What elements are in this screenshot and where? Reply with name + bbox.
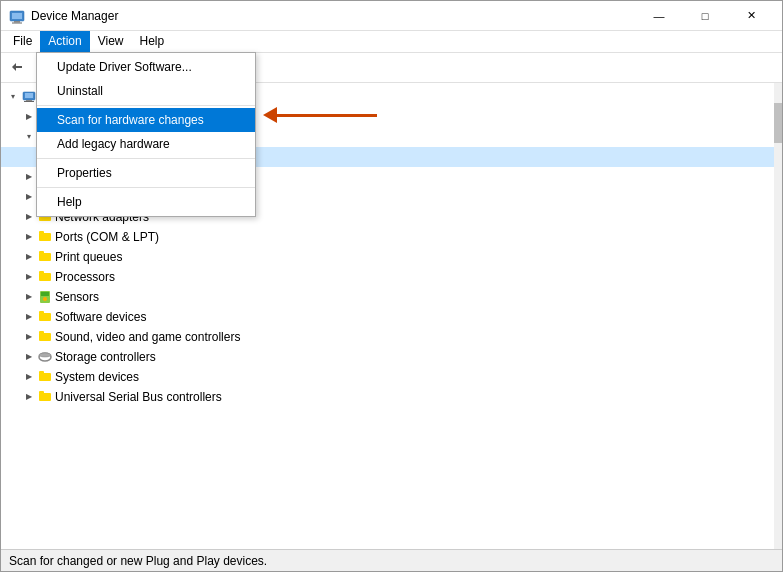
tree-item-software[interactable]: ▶ Software devices	[1, 307, 782, 327]
expander-network[interactable]: ▶	[21, 209, 37, 225]
expander-processors[interactable]: ▶	[21, 269, 37, 285]
svg-rect-36	[39, 231, 44, 234]
svg-rect-45	[39, 311, 44, 314]
expander-sound[interactable]: ▶	[21, 329, 37, 345]
print-icon	[37, 249, 53, 265]
scrollbar[interactable]	[774, 83, 782, 549]
menu-help-item[interactable]: Help	[37, 190, 255, 214]
tree-item-ports[interactable]: ▶ Ports (COM & LPT)	[1, 227, 782, 247]
menu-help[interactable]: Help	[132, 31, 173, 52]
svg-rect-50	[39, 373, 51, 381]
maximize-button[interactable]: □	[682, 1, 728, 31]
storage-label: Storage controllers	[55, 350, 156, 364]
title-bar: Device Manager — □ ✕	[1, 1, 782, 31]
menu-separator-3	[37, 187, 255, 188]
svg-rect-42	[41, 292, 49, 296]
back-icon	[10, 59, 26, 75]
svg-rect-44	[39, 313, 51, 321]
svg-rect-37	[39, 253, 51, 261]
window-title: Device Manager	[31, 9, 118, 23]
sensors-icon	[37, 289, 53, 305]
menu-separator-2	[37, 158, 255, 159]
menu-view[interactable]: View	[90, 31, 132, 52]
menu-separator-1	[37, 105, 255, 106]
svg-rect-2	[14, 21, 20, 23]
arrow-head	[263, 107, 277, 123]
tree-item-usb[interactable]: ▶ Universal Serial Bus controllers	[1, 387, 782, 407]
expander-software[interactable]: ▶	[21, 309, 37, 325]
expander-storage[interactable]: ▶	[21, 349, 37, 365]
status-text: Scan for changed or new Plug and Play de…	[9, 554, 267, 568]
action-dropdown-menu: Update Driver Software... Uninstall Scan…	[36, 52, 256, 217]
svg-rect-46	[39, 333, 51, 341]
software-icon	[37, 309, 53, 325]
expander-root[interactable]: ▾	[5, 89, 21, 105]
minimize-button[interactable]: —	[636, 1, 682, 31]
sound-label: Sound, video and game controllers	[55, 330, 240, 344]
svg-rect-47	[39, 331, 44, 334]
menu-add-legacy[interactable]: Add legacy hardware	[37, 132, 255, 156]
menu-bar: File Action View Help	[1, 31, 782, 53]
tree-item-processors[interactable]: ▶ Processors	[1, 267, 782, 287]
menu-action[interactable]: Action	[40, 31, 89, 52]
menu-scan-hardware[interactable]: Scan for hardware changes	[37, 108, 255, 132]
close-button[interactable]: ✕	[728, 1, 774, 31]
svg-point-49	[39, 353, 51, 357]
tree-item-print[interactable]: ▶ Print queues	[1, 247, 782, 267]
title-bar-controls: — □ ✕	[636, 1, 774, 31]
svg-rect-35	[39, 233, 51, 241]
ports-icon	[37, 229, 53, 245]
software-label: Software devices	[55, 310, 146, 324]
menu-properties[interactable]: Properties	[37, 161, 255, 185]
tree-item-sound[interactable]: ▶ Sound, video and game controllers	[1, 327, 782, 347]
expander-usb[interactable]: ▶	[21, 389, 37, 405]
tree-item-system[interactable]: ▶ System devices	[1, 367, 782, 387]
scroll-thumb[interactable]	[774, 103, 782, 143]
device-manager-icon	[9, 8, 25, 24]
system-icon	[37, 369, 53, 385]
expander-ports[interactable]: ▶	[21, 229, 37, 245]
sound-icon	[37, 329, 53, 345]
expander-print[interactable]: ▶	[21, 249, 37, 265]
svg-rect-1	[12, 13, 22, 19]
svg-rect-14	[25, 93, 33, 98]
expander-mice[interactable]: ▶	[21, 169, 37, 185]
menu-uninstall[interactable]: Uninstall	[37, 79, 255, 103]
system-label: System devices	[55, 370, 139, 384]
expander-sensors[interactable]: ▶	[21, 289, 37, 305]
expander-ide[interactable]: ▶	[21, 109, 37, 125]
svg-rect-52	[39, 393, 51, 401]
svg-rect-16	[24, 101, 34, 102]
usb-icon	[37, 389, 53, 405]
sensors-label: Sensors	[55, 290, 99, 304]
tree-item-sensors[interactable]: ▶ Sensors	[1, 287, 782, 307]
tree-item-storage[interactable]: ▶ Storage controllers	[1, 347, 782, 367]
svg-point-43	[43, 297, 47, 301]
svg-rect-53	[39, 391, 44, 394]
ports-label: Ports (COM & LPT)	[55, 230, 159, 244]
print-label: Print queues	[55, 250, 122, 264]
svg-rect-40	[39, 271, 44, 274]
expander-keyboards[interactable]: ▾	[21, 129, 37, 145]
svg-rect-15	[26, 100, 32, 101]
computer-icon	[21, 89, 37, 105]
usb-label: Universal Serial Bus controllers	[55, 390, 222, 404]
processors-label: Processors	[55, 270, 115, 284]
toolbar-btn-1[interactable]	[5, 55, 31, 79]
processors-icon	[37, 269, 53, 285]
svg-rect-51	[39, 371, 44, 374]
title-bar-left: Device Manager	[9, 8, 118, 24]
svg-marker-4	[12, 63, 22, 71]
svg-rect-38	[39, 251, 44, 254]
menu-update-driver[interactable]: Update Driver Software...	[37, 55, 255, 79]
expander-monitors[interactable]: ▶	[21, 189, 37, 205]
expander-system[interactable]: ▶	[21, 369, 37, 385]
status-bar: Scan for changed or new Plug and Play de…	[1, 549, 782, 571]
svg-rect-39	[39, 273, 51, 281]
arrow-shaft	[277, 114, 377, 117]
storage-icon	[37, 349, 53, 365]
arrow-annotation	[263, 107, 377, 123]
svg-rect-3	[12, 22, 22, 23]
menu-file[interactable]: File	[5, 31, 40, 52]
